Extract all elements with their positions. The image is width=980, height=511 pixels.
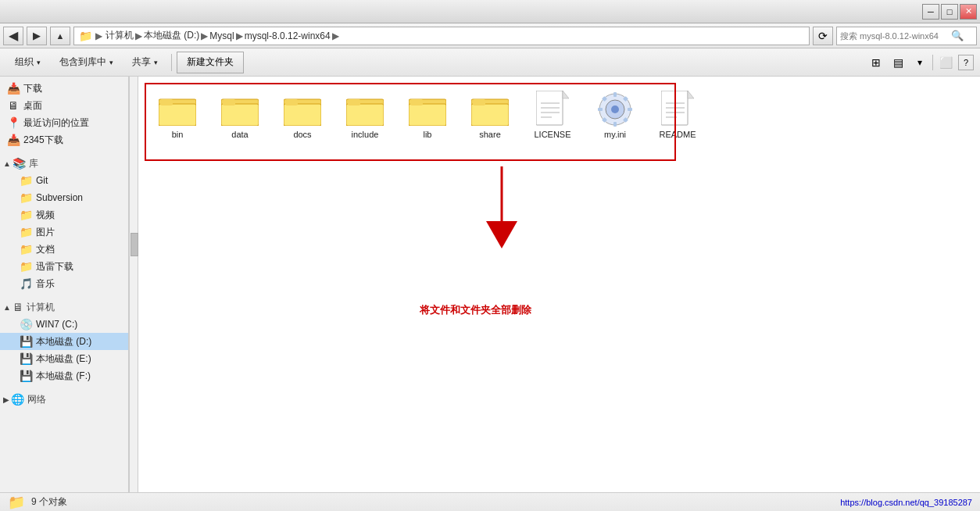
help-button[interactable]: ? [958,55,974,70]
sidebar-scrollbar-track[interactable] [129,77,138,492]
sidebar-item-2345[interactable]: 📥 2345下载 [0,131,128,148]
svg-rect-43 [628,108,632,111]
path-drive: 本地磁盘 (D:) [144,29,199,42]
video-icon: 📁 [19,209,33,221]
myini-settings-icon [596,91,634,128]
subversion-label: Subversion [36,192,83,203]
path-sep2: ▶ [201,30,208,41]
path-folder: mysql-8.0.12-winx64 [245,30,331,41]
file-item-myini[interactable]: my.ini [584,84,646,155]
maximize-button[interactable]: □ [941,4,958,20]
toolbar-sep2 [932,55,933,70]
sidebar-2345-label: 2345下载 [23,134,63,147]
file-item-readme[interactable]: README [646,84,709,155]
address-bar: ◀ ▶ ▲ 📁 ▶ 计算机 ▶ 本地磁盘 (D:) ▶ Mysql ▶ mysq… [0,23,980,48]
include-button[interactable]: 包含到库中 ▾ [51,52,122,73]
search-input[interactable] [840,31,950,41]
sidebar-item-e[interactable]: 💾 本地磁盘 (E:) [0,350,128,367]
license-label: LICENSE [534,130,570,139]
file-item-license[interactable]: LICENSE [521,84,584,155]
docs-label: docs [293,130,311,139]
title-bar-controls: ─ □ ✕ [922,4,977,20]
pane-button[interactable]: ⬜ [936,53,955,72]
sidebar-item-subversion[interactable]: 📁 Subversion [0,189,128,206]
sidebar-section-computer[interactable]: ▲ 🖥 计算机 [0,298,128,316]
path-icon: 📁 [79,30,92,42]
file-item-include[interactable]: include [334,84,396,155]
sidebar-item-xunlei[interactable]: 📁 迅雷下载 [0,258,128,275]
music-icon: 🎵 [19,277,33,290]
toolbar-separator [171,54,172,71]
sidebar-scrollbar-thumb[interactable] [131,233,138,256]
sidebar-spacer1 [0,148,128,155]
path-computer: 计算机 [106,29,134,42]
file-item-docs[interactable]: docs [271,84,334,155]
svg-rect-22 [409,104,446,126]
data-label: data [231,130,248,139]
new-folder-button[interactable]: 新建文件夹 [177,52,244,73]
title-bar: ─ □ ✕ [0,0,980,23]
svg-rect-7 [221,104,259,126]
minimize-button[interactable]: ─ [922,4,939,20]
address-path[interactable]: 📁 ▶ 计算机 ▶ 本地磁盘 (D:) ▶ Mysql ▶ mysql-8.0.… [73,27,810,45]
music-label: 音乐 [36,277,55,291]
status-left: 📁 9 个对象 [8,494,67,511]
e-drive-label: 本地磁盘 (E:) [36,352,91,366]
annotation-arrow [478,159,525,255]
share-button[interactable]: 共享 ▾ [123,52,166,73]
svg-rect-4 [160,99,173,105]
c-drive-label: WIN7 (C:) [36,319,77,330]
sidebar-item-pictures[interactable]: 📁 图片 [0,223,128,241]
network-arrow: ▶ [3,395,9,404]
view-grid-button[interactable]: ⊞ [867,53,885,72]
new-folder-label: 新建文件夹 [187,56,234,67]
download-icon: 📥 [6,82,20,95]
svg-rect-14 [285,99,298,105]
bin-folder-icon [159,91,196,128]
sidebar-item-recent[interactable]: 📍 最近访问的位置 [0,114,128,131]
svg-marker-50 [688,91,694,98]
organize-button[interactable]: 组织 ▾ [6,52,49,73]
path-sep3: ▶ [236,30,243,41]
xunlei-label: 迅雷下载 [36,260,73,273]
sidebar-item-git[interactable]: 📁 Git [0,172,128,189]
sidebar-item-c[interactable]: 💿 WIN7 (C:) [0,316,128,333]
back-button[interactable]: ◀ [3,27,23,45]
sidebar-item-docs[interactable]: 📁 文档 [0,241,128,258]
sidebar-section-ku[interactable]: ▲ 📚 库 [0,155,128,172]
file-item-lib[interactable]: lib [396,84,459,155]
close-button[interactable]: ✕ [960,4,977,20]
path-mysql: Mysql [209,30,234,41]
d-drive-icon: 💾 [19,335,33,348]
forward-button[interactable]: ▶ [27,27,47,45]
include-label: include [352,130,379,139]
sidebar-section-network[interactable]: ▶ 🌐 网络 [0,391,128,408]
path-arrow: ▶ [95,30,102,41]
sidebar-item-video[interactable]: 📁 视频 [0,206,128,223]
sidebar-item-download[interactable]: 📥 下载 [0,80,128,97]
file-item-share[interactable]: share [459,84,521,155]
ku-arrow: ▲ [3,159,11,168]
sidebar-item-d[interactable]: 💾 本地磁盘 (D:) [0,333,128,350]
subversion-icon: 📁 [19,191,33,204]
search-icon[interactable]: 🔍 [950,28,965,44]
sidebar-item-f[interactable]: 💾 本地磁盘 (F:) [0,367,128,384]
ku-icon: 📚 [13,157,26,170]
file-item-data[interactable]: data [209,84,271,155]
view-toggle-button[interactable]: ▾ [910,53,929,72]
file-grid: bin data [138,77,980,163]
xunlei-icon: 📁 [19,260,33,273]
svg-rect-41 [613,122,617,127]
network-label: 网络 [27,393,46,406]
view-list-button[interactable]: ▤ [889,53,907,72]
sidebar-item-music[interactable]: 🎵 音乐 [0,275,128,292]
ku-label: 库 [29,157,38,170]
f-drive-icon: 💾 [19,370,33,382]
file-item-bin[interactable]: bin [146,84,209,155]
video-label: 视频 [36,209,55,222]
svg-rect-9 [223,99,235,105]
sidebar-item-desktop[interactable]: 🖥 桌面 [0,97,128,114]
up-button[interactable]: ▲ [50,27,70,45]
refresh-button[interactable]: ⟳ [813,27,833,45]
svg-point-39 [611,105,619,113]
